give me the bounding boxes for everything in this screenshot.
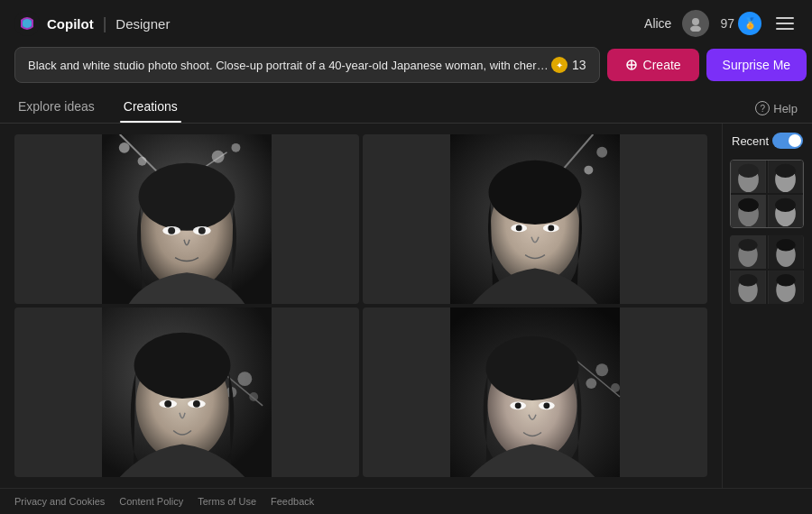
svg-point-64	[775, 198, 796, 212]
svg-point-67	[738, 239, 757, 252]
svg-point-15	[139, 163, 235, 231]
surprise-label: Surprise Me	[723, 58, 790, 72]
app-name: Designer	[115, 16, 170, 32]
svg-point-37	[134, 333, 231, 399]
thumb-2-3	[730, 271, 766, 304]
svg-point-3	[690, 26, 701, 32]
svg-point-45	[586, 378, 596, 389]
svg-point-55	[738, 164, 759, 178]
tabs-row: Explore ideas Creations ? Help	[0, 90, 812, 124]
svg-point-12	[212, 151, 225, 163]
svg-point-52	[543, 402, 549, 408]
privacy-link[interactable]: Privacy and Cookies	[14, 496, 105, 507]
help-link[interactable]: ? Help	[755, 101, 798, 115]
svg-point-39	[164, 400, 171, 408]
thumb-1-4	[768, 195, 803, 227]
image-cell-4[interactable]	[363, 307, 707, 477]
svg-point-1	[23, 19, 32, 28]
portrait-svg-3	[14, 307, 359, 477]
svg-point-28	[516, 225, 522, 231]
thumb-2-2	[768, 235, 804, 269]
score-area: 97 🏅	[720, 12, 761, 35]
portrait-svg-1	[14, 134, 359, 304]
svg-point-76	[776, 274, 795, 287]
svg-point-61	[738, 198, 759, 212]
svg-point-30	[548, 225, 554, 231]
help-label: Help	[773, 102, 798, 115]
terms-link[interactable]: Terms of Use	[198, 496, 256, 507]
footer: Privacy and Cookies Content Policy Terms…	[0, 488, 812, 514]
sidebar-header: Recent	[730, 133, 805, 152]
tab-creations[interactable]: Creations	[120, 94, 181, 123]
logo-separator: |	[103, 14, 107, 33]
portrait-svg-4	[363, 307, 707, 477]
user-name: Alice	[644, 16, 671, 31]
app-header: Copilot | Designer Alice 97 🏅	[0, 0, 812, 47]
coin-count: ✦ 13	[551, 57, 586, 73]
tab-explore[interactable]: Explore ideas	[14, 94, 98, 123]
badge-icon: 🏅	[738, 12, 761, 35]
svg-point-50	[515, 402, 521, 408]
create-label: Create	[643, 58, 681, 72]
prompt-input[interactable]: Black and white studio photo shoot. Clos…	[14, 47, 600, 83]
svg-point-48	[486, 336, 579, 400]
coin-value: 13	[572, 58, 586, 72]
header-right: Alice 97 🏅	[644, 10, 798, 37]
thumb-1-2	[768, 161, 803, 193]
score-value: 97	[720, 16, 734, 31]
svg-point-23	[584, 166, 593, 175]
thumbnail-group-2[interactable]	[730, 235, 804, 304]
main-content: Recent	[0, 124, 812, 488]
surprise-button[interactable]: Surprise Me	[706, 49, 807, 81]
svg-point-17	[168, 227, 175, 234]
thumbnail-group-1[interactable]	[730, 160, 804, 228]
thumb-2-4	[768, 271, 804, 304]
hamburger-menu[interactable]	[772, 14, 798, 33]
create-button[interactable]: Create	[607, 49, 699, 81]
coin-icon: ✦	[551, 57, 567, 73]
svg-point-73	[738, 274, 757, 287]
svg-point-19	[198, 227, 206, 234]
image-cell-2[interactable]	[363, 134, 707, 304]
sidebar-recent-label: Recent	[732, 134, 769, 148]
svg-point-58	[775, 164, 796, 178]
image-cell-3[interactable]	[14, 307, 359, 477]
svg-point-22	[596, 147, 607, 158]
svg-point-10	[119, 142, 130, 153]
avatar[interactable]	[682, 10, 709, 37]
svg-point-43	[595, 363, 608, 376]
svg-point-13	[231, 143, 240, 152]
svg-point-2	[692, 18, 699, 25]
user-icon	[687, 15, 704, 32]
svg-point-41	[193, 400, 200, 408]
image-grid	[0, 124, 722, 488]
recent-toggle[interactable]	[772, 133, 803, 149]
content-policy-link[interactable]: Content Policy	[119, 496, 183, 507]
thumb-2-1	[730, 235, 766, 269]
thumb-1-1	[731, 161, 766, 193]
wand-icon	[625, 59, 638, 71]
help-icon: ?	[755, 101, 770, 115]
thumb-1-3	[731, 195, 766, 227]
svg-point-11	[138, 157, 147, 166]
sidebar: Recent	[722, 124, 812, 488]
logo-area: Copilot | Designer	[14, 11, 170, 36]
search-bar-wrapper: Black and white studio photo shoot. Clos…	[0, 47, 812, 90]
svg-point-34	[249, 392, 258, 401]
svg-point-26	[489, 161, 582, 225]
svg-point-70	[776, 239, 795, 252]
logo-text: Copilot	[47, 16, 94, 32]
image-cell-1[interactable]	[14, 134, 359, 304]
prompt-text: Black and white studio photo shoot. Clos…	[28, 59, 551, 72]
portrait-svg-2	[363, 134, 707, 304]
copilot-logo-icon	[14, 11, 40, 36]
feedback-link[interactable]: Feedback	[271, 496, 314, 507]
svg-point-32	[237, 372, 252, 386]
